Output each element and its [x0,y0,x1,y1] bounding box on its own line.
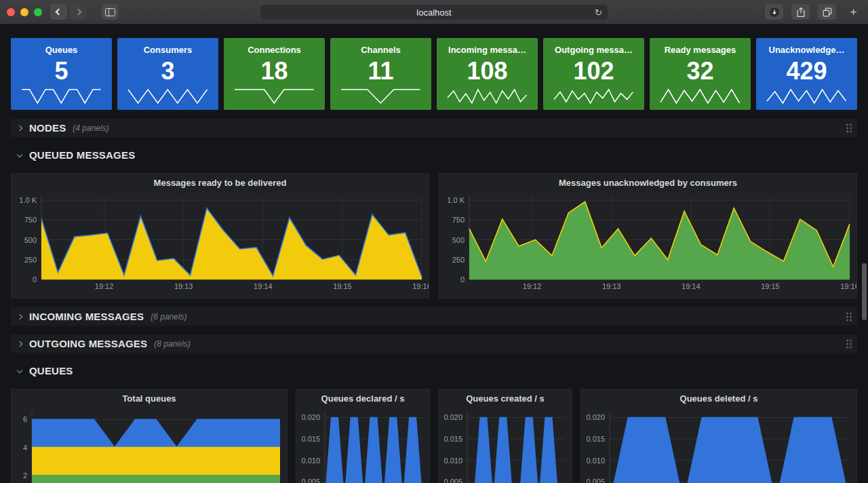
minimize-window-button[interactable] [20,8,28,16]
svg-text:0.005: 0.005 [301,478,320,483]
row-title: OUTGOING MESSAGES [29,338,147,349]
stat-value: 5 [54,58,68,84]
stat-label: Ready messages [665,45,736,55]
panel-title[interactable]: Queues created / s [439,389,572,407]
queues-sparkline [20,88,102,104]
drag-handle-icon[interactable] [846,339,852,349]
forward-button[interactable] [70,4,87,20]
queues-declared-chart[interactable]: 0.0050.0100.0150.020 [296,407,429,483]
queues-created-chart[interactable]: 0.0050.0100.0150.020 [439,407,572,483]
panel-queues-declared: Queues declared / s 0.0050.0100.0150.020 [296,389,430,483]
stat-panel-consumers[interactable]: Consumers 3 [117,38,218,110]
svg-text:0.010: 0.010 [443,457,462,465]
stat-label: Consumers [144,45,193,55]
svg-text:19:13: 19:13 [174,282,193,290]
svg-text:750: 750 [452,216,465,224]
svg-text:19:15: 19:15 [333,282,352,290]
svg-text:0.015: 0.015 [443,435,462,443]
row-title: NODES [29,122,66,134]
svg-text:0.020: 0.020 [301,413,320,421]
queues-deleted-chart[interactable]: 0.0050.0100.0150.020 [581,407,856,483]
row-panel-count: (6 panels) [151,312,186,322]
stat-value: 18 [260,58,288,84]
chevron-right-icon [17,341,22,346]
row-incoming-messages[interactable]: INCOMING MESSAGES (6 panels) [11,307,857,326]
panel-queues-deleted: Queues deleted / s 0.0050.0100.0150.020 [580,389,857,483]
stat-panel-connections[interactable]: Connections 18 [224,38,325,110]
row-queues[interactable]: QUEUES [11,362,857,379]
sidebar-icon [105,8,115,16]
total-queues-chart[interactable]: 246 [12,407,287,483]
stat-value: 108 [467,58,507,84]
svg-text:0.005: 0.005 [586,478,605,483]
svg-text:4: 4 [23,444,27,452]
stat-panel-incoming-messages[interactable]: Incoming messa… 108 [437,38,538,110]
stat-panel-channels[interactable]: Channels 11 [330,38,431,110]
ready-sparkline [659,88,741,104]
drag-handle-icon[interactable] [846,123,852,133]
unacknowledged-sparkline [766,88,848,104]
stat-panel-ready-messages[interactable]: Ready messages 32 [650,38,751,110]
svg-text:0.015: 0.015 [301,435,320,443]
url-bar[interactable]: localhost ↻ [260,5,608,20]
svg-text:0: 0 [33,275,37,284]
row-outgoing-messages[interactable]: OUTGOING MESSAGES (8 panels) [11,334,857,353]
channels-sparkline [340,88,422,104]
panel-title[interactable]: Queues deleted / s [581,389,856,407]
queues-panels: Total queues 246 Queues declared / s 0.0… [11,389,857,483]
row-panel-count: (8 panels) [154,339,190,349]
messages-ready-chart[interactable]: 02505007501.0 K19:1219:1319:1419:1519:16 [12,191,429,293]
panel-queues-created: Queues created / s 0.0050.0100.0150.020 [438,389,572,483]
stat-panel-queues[interactable]: Queues 5 [11,38,112,110]
svg-text:19:14: 19:14 [254,282,273,290]
new-tab-button[interactable]: + [844,4,863,20]
stat-label: Outgoing messa… [555,45,633,55]
stat-label: Unacknowledge… [769,45,845,55]
messages-unacknowledged-chart[interactable]: 02505007501.0 K19:1219:1319:1419:1519:16 [439,191,856,293]
back-button[interactable] [50,4,67,20]
zoom-window-button[interactable] [34,8,42,16]
refresh-icon[interactable]: ↻ [595,8,602,17]
chevron-right-icon [17,125,22,130]
panel-title[interactable]: Messages unacknowledged by consumers [439,174,856,191]
stat-value: 3 [161,58,174,84]
connections-sparkline [233,88,315,104]
download-icon [768,6,781,18]
svg-text:2: 2 [23,471,27,480]
svg-text:1.0 K: 1.0 K [19,196,37,204]
svg-text:500: 500 [452,236,465,244]
row-title: QUEUED MESSAGES [29,149,135,161]
svg-text:0.020: 0.020 [586,413,605,421]
sidebar-toggle-button[interactable] [102,4,119,20]
scrollbar-thumb[interactable] [862,263,867,320]
svg-text:250: 250 [452,256,465,264]
panel-title[interactable]: Queues declared / s [296,389,429,407]
close-window-button[interactable] [7,8,15,16]
panel-title[interactable]: Messages ready to be delivered [12,174,429,191]
stat-value: 11 [368,58,393,84]
stat-value: 102 [573,58,614,84]
stat-panel-outgoing-messages[interactable]: Outgoing messa… 102 [543,38,644,110]
svg-text:0.010: 0.010 [301,457,320,465]
downloads-button[interactable] [765,4,783,20]
svg-text:19:12: 19:12 [95,282,114,290]
chevron-right-icon [75,9,82,16]
plus-icon: + [850,5,857,19]
svg-text:6: 6 [23,415,27,423]
panel-title[interactable]: Total queues [12,389,287,407]
tabs-icon [821,6,833,18]
chevron-down-icon [17,152,22,157]
svg-text:250: 250 [24,256,37,264]
row-title: INCOMING MESSAGES [29,311,144,322]
stat-label: Incoming messa… [448,45,526,55]
outgoing-sparkline [553,88,635,104]
share-button[interactable] [791,4,810,20]
stat-panel-unacknowledged[interactable]: Unacknowledge… 429 [756,38,857,110]
grafana-dashboard: Queues 5 Consumers 3 Connections 18 Chan… [0,24,868,483]
row-nodes[interactable]: NODES (4 panels) [11,119,857,137]
stat-value: 429 [786,58,827,84]
row-queued-messages[interactable]: QUEUED MESSAGES [11,146,857,163]
drag-handle-icon[interactable] [846,311,852,322]
chevron-right-icon [17,313,22,319]
tab-overview-button[interactable] [818,4,836,20]
